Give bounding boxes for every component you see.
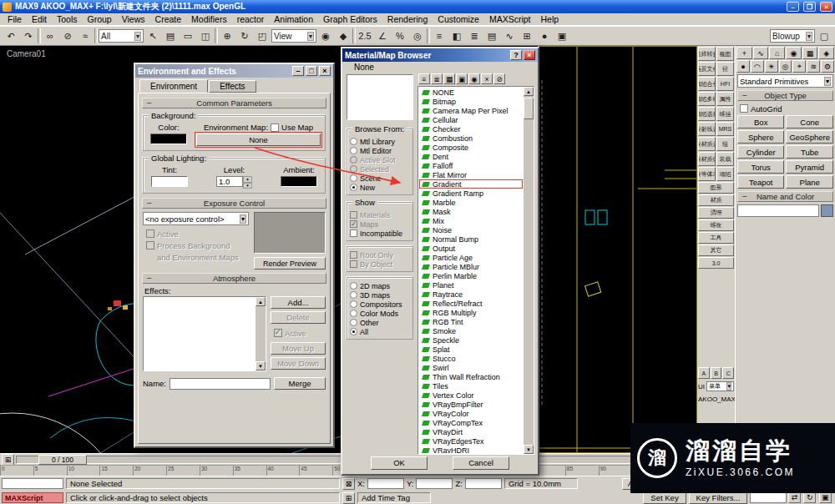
map-item[interactable]: Marble [419,198,523,207]
script-button[interactable]: 塌陷选择 [698,107,716,121]
select-and-manipulate-icon[interactable]: ◆ [335,28,352,44]
map-item[interactable]: Normal Bump [419,234,523,244]
help-icon[interactable]: ? [510,50,522,60]
primitives-dropdown[interactable]: Standard Primitives [737,74,833,88]
script-button[interactable]: 塌陷合并 [698,77,716,91]
map-item[interactable]: Thin Wall Refraction [419,372,523,381]
exposure-control-rollout[interactable]: Exposure Control [142,198,326,209]
show-option[interactable]: Root Only [350,250,410,260]
browse-from-option[interactable]: Selected [350,164,410,174]
map-item[interactable]: Mix [419,216,523,225]
common-parameters-rollout[interactable]: Common Parameters [142,98,326,108]
object-type-button[interactable]: Box [737,115,784,129]
select-by-name-icon[interactable]: ▤ [162,28,179,44]
script-button[interactable]: HFI [716,77,734,91]
render-type-dropdown[interactable]: Blowup [770,29,815,43]
percent-snap-icon[interactable]: % [392,28,408,44]
map-item[interactable]: Perlin Marble [419,271,523,280]
script-button[interactable]: A [698,367,710,379]
selection-filter-dropdown[interactable]: All [99,29,144,43]
scrollbar[interactable]: ▲ ▼ [256,297,266,370]
atmosphere-rollout[interactable]: Atmosphere [142,273,326,284]
map-item[interactable]: VRayBmpFilter [419,400,523,409]
menu-item[interactable]: reactor [232,13,270,25]
map-item[interactable]: Composite [419,143,523,152]
scroll-down-icon[interactable]: ▼ [256,361,266,370]
browse-from-option[interactable]: Mtl Editor [350,146,410,155]
view-list-icon[interactable]: ≡ [418,73,430,84]
dialog-titlebar[interactable]: Environment and Effects – □ × [135,64,333,78]
name-color-rollout[interactable]: Name and Color [737,191,833,202]
scroll-down-icon[interactable]: ▼ [524,445,534,454]
map-item[interactable]: VRayCompTex [419,418,523,427]
maxscript-listener[interactable]: MAXScript [2,492,63,503]
map-item[interactable]: Flat Mirror [419,170,523,179]
object-type-button[interactable]: Teapot [737,175,784,189]
filter-option[interactable]: Other [350,318,410,327]
rectangular-region-icon[interactable]: ▭ [180,28,196,44]
utilities-tab-icon[interactable]: ◈ [818,47,834,59]
ok-button[interactable]: OK [371,456,428,470]
create-tab-icon[interactable]: + [736,47,752,59]
menu-item[interactable]: Customize [433,13,484,25]
map-item[interactable]: VRayColor [419,409,523,418]
display-tab-icon[interactable]: ▦ [802,47,818,59]
grid-toggle-icon[interactable]: ⊞ [342,492,355,504]
script-button[interactable]: 视图 [716,47,734,61]
undo-icon[interactable]: ↶ [3,28,19,44]
map-item[interactable]: Mask [419,207,523,216]
time-slider-button[interactable]: 0 / 100 [38,455,87,465]
spacewarps-category-icon[interactable]: ≋ [807,60,820,73]
view-list-plus-icon[interactable]: ≣ [431,73,443,84]
render-setup-icon[interactable]: ▣ [554,28,570,44]
y-coordinate-input[interactable] [416,478,453,489]
menu-item[interactable]: Modifiers [186,13,232,25]
filter-option[interactable]: Compositors [350,300,410,309]
material-editor-icon[interactable]: ● [536,28,553,44]
top-viewport[interactable] [539,46,697,453]
filter-option[interactable]: All [350,327,410,336]
use-pivot-point-icon[interactable]: ◉ [317,28,334,44]
map-list[interactable]: NONE Bitmap Camera Map Per P [418,86,534,455]
mirror-icon[interactable]: ◧ [448,28,465,44]
object-type-button[interactable]: Pyramid [786,160,833,174]
window-crossing-icon[interactable]: ◫ [197,28,214,44]
add-effect-button[interactable]: Add... [271,296,326,309]
schematic-view-icon[interactable]: ⊞ [519,28,535,44]
script-button[interactable]: 其它 [698,244,734,256]
script-button[interactable]: 材质 [698,194,734,206]
lights-category-icon[interactable]: ☀ [765,60,778,73]
map-item[interactable]: Combustion [419,134,523,143]
script-button[interactable]: 维挂 [716,107,734,121]
view-small-icons-icon[interactable]: ▦ [443,73,455,84]
view-large-icons-icon[interactable]: ▣ [456,73,468,84]
cancel-button[interactable]: Cancel [453,456,509,470]
exposure-dropdown[interactable]: <no exposure control> [143,212,249,225]
ui-dropdown[interactable]: 菜单 [706,381,734,391]
browse-from-option[interactable]: Mtl Library [350,137,410,146]
map-item[interactable]: Vertex Color [419,391,523,400]
angle-snap-icon[interactable]: ∠ [374,28,391,44]
level-spinner[interactable]: ▲▼ [243,176,252,189]
environment-map-none-button[interactable]: None [196,134,321,146]
select-object-icon[interactable]: ↖ [144,28,161,44]
unlink-selection-icon[interactable]: ⊘ [59,28,76,44]
systems-category-icon[interactable]: ⚙ [821,60,834,73]
script-button[interactable]: C [722,367,734,379]
map-item[interactable]: Splat [419,345,523,354]
object-type-button[interactable]: Cone [786,115,833,129]
map-item[interactable]: Falloff [419,161,523,170]
script-button[interactable]: 组 [716,137,734,151]
object-color-swatch[interactable] [821,204,833,217]
x-coordinate-input[interactable] [367,478,404,489]
script-button[interactable]: 塌陷 [716,167,734,181]
map-item[interactable]: VRayEdgesTex [419,436,523,446]
delete-from-library-icon[interactable]: × [481,73,493,84]
menu-item[interactable]: Group [83,13,117,25]
select-and-link-icon[interactable]: ∞ [42,28,58,44]
show-option[interactable]: Incompatible [350,229,410,238]
filter-option[interactable]: 2D maps [350,281,410,290]
filter-option[interactable]: Color Mods [350,309,410,318]
map-item[interactable]: VRayHDRI [419,446,523,453]
script-button[interactable]: 按材质体 [698,152,716,166]
